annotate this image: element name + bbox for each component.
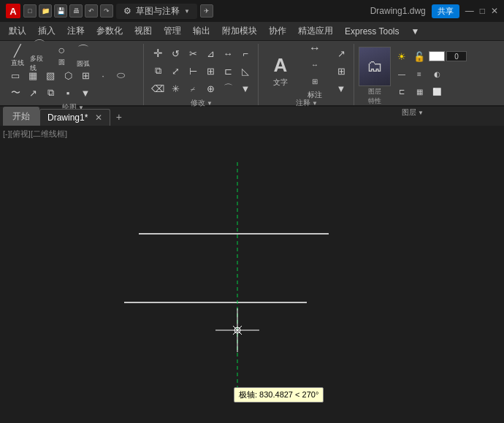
- layer-color-num: 0: [446, 51, 467, 61]
- title-bar-left: A □ 📁 💾 🖶 ↶ ↷ ⚙ 草图与注释 ▼ ✈: [6, 4, 213, 19]
- workspace-label: 草图与注释: [136, 5, 180, 18]
- ribbon-group-modify: ✛ ↺ ✂ ⊿ ↔ ⌐ ⧉ ⤢ ⊢ ⊞ ⊏ ◺ ⌫ ✳: [145, 44, 259, 105]
- filename: Drawing1.dwg: [370, 6, 426, 16]
- polyline2-tool[interactable]: ↗: [25, 85, 41, 101]
- menu-bar: 默认 插入 注释 参数化 视图 管理 输出 附加模块 协作 精选应用 Expre…: [0, 22, 504, 41]
- menu-collaborate[interactable]: 协作: [263, 23, 292, 39]
- tab-close-icon[interactable]: ✕: [95, 113, 102, 123]
- leader-tool[interactable]: ↗: [333, 45, 349, 61]
- move-tool[interactable]: ✛: [150, 45, 166, 61]
- trim-tool[interactable]: ✂: [185, 45, 201, 61]
- layer-properties-button[interactable]: 🗂: [359, 47, 391, 86]
- window-close[interactable]: ✕: [491, 6, 498, 16]
- layer-more1[interactable]: ▦: [411, 83, 427, 99]
- menu-view[interactable]: 视图: [129, 23, 158, 39]
- tab-add-button[interactable]: +: [110, 108, 128, 126]
- rectangle-tool[interactable]: ▭: [7, 67, 23, 83]
- rotate-tool[interactable]: ↺: [167, 45, 183, 61]
- menu-annotation[interactable]: 注释: [61, 23, 91, 39]
- erase-tool[interactable]: ⌫: [150, 80, 166, 96]
- hatch-tool[interactable]: ▦: [25, 67, 41, 83]
- line-tool[interactable]: ╱ 直线: [7, 45, 28, 66]
- break-tool[interactable]: ⌿: [185, 80, 201, 96]
- transparency-icon[interactable]: ◐: [429, 66, 445, 82]
- window-maximize[interactable]: □: [480, 6, 485, 16]
- title-bar: A □ 📁 💾 🖶 ↶ ↷ ⚙ 草图与注释 ▼ ✈ Drawing1.dwg 共…: [0, 0, 504, 22]
- layer-freeze-icon[interactable]: ☀: [394, 48, 410, 64]
- spline-tool[interactable]: 〜: [7, 85, 23, 101]
- explode-tool[interactable]: ✳: [167, 80, 183, 96]
- circle-tool[interactable]: ○ 圆: [51, 45, 72, 66]
- table-tool[interactable]: ⊞: [77, 67, 93, 83]
- online-button[interactable]: ✈: [200, 4, 213, 18]
- tab-drawing1[interactable]: Drawing1* ✕: [39, 109, 110, 126]
- menu-insert[interactable]: 插入: [32, 23, 61, 39]
- layer-lock-icon[interactable]: 🔓: [411, 48, 427, 64]
- menu-featured[interactable]: 精选应用: [292, 23, 339, 39]
- menu-default[interactable]: 默认: [3, 23, 32, 39]
- wipeout-tool[interactable]: ▪: [60, 85, 76, 101]
- title-right: Drawing1.dwg 共享 ― □ ✕: [370, 4, 498, 18]
- stretch-tool[interactable]: ↔: [220, 45, 236, 61]
- layer-color-box[interactable]: [429, 51, 445, 61]
- window-minimize[interactable]: ―: [465, 6, 474, 16]
- quick-access-toolbar: □ 📁 💾 🖶 ↶ ↷: [23, 4, 113, 18]
- text-tool[interactable]: A 文字: [264, 49, 297, 93]
- gradient-tool[interactable]: ▧: [42, 67, 58, 83]
- menu-output[interactable]: 输出: [187, 23, 216, 39]
- drawing-content: [0, 126, 504, 423]
- ribbon: ╱ 直线 ⌒ 多段线 ○ 圆 ⌒ 圆弧: [0, 41, 504, 107]
- chamfer-tool[interactable]: ◺: [237, 63, 253, 79]
- menu-manage[interactable]: 管理: [158, 23, 187, 39]
- polar-tooltip: 极轴: 830.4827 < 270°: [234, 387, 324, 403]
- copy-tool[interactable]: ⧉: [150, 63, 166, 79]
- undo-button[interactable]: ↶: [85, 4, 98, 18]
- array-tool[interactable]: ⊞: [202, 63, 218, 79]
- menu-express-tools[interactable]: Express Tools: [339, 24, 405, 39]
- scale-tool[interactable]: ⤢: [167, 63, 183, 79]
- save-button[interactable]: 💾: [54, 4, 67, 18]
- table-annotation[interactable]: ⊞: [333, 63, 349, 79]
- new-button[interactable]: □: [23, 4, 37, 18]
- dim-more[interactable]: ⊞: [307, 73, 323, 89]
- region-tool[interactable]: ⬡: [60, 67, 76, 83]
- offset-tool[interactable]: ⊏: [220, 63, 236, 79]
- point-tool[interactable]: ·: [95, 67, 111, 83]
- ribbon-group-annotation: A 文字 ↔ ↔ ⊞ 标注 ↗ ⊞ ▼ 注释: [260, 44, 354, 105]
- extend-tool[interactable]: ⊢: [185, 63, 201, 79]
- modify-tools: ✛ ↺ ✂ ⊿ ↔ ⌐ ⧉ ⤢ ⊢ ⊞ ⊏ ◺ ⌫ ✳: [150, 45, 253, 96]
- block-tool[interactable]: ⧉: [42, 85, 58, 101]
- fillet-tool[interactable]: ⌐: [237, 45, 253, 61]
- more-draw[interactable]: ▼: [77, 85, 93, 101]
- layer-more2[interactable]: ⬜: [429, 83, 445, 99]
- menu-addons[interactable]: 附加模块: [216, 23, 263, 39]
- layer-group-label: 图层 ▼: [402, 107, 424, 118]
- print-button[interactable]: 🖶: [69, 4, 83, 18]
- dim-linear[interactable]: ↔: [307, 56, 323, 72]
- arc-tool[interactable]: ⌒ 圆弧: [73, 45, 93, 66]
- canvas-area[interactable]: [-][俯视][二维线框] 极轴: 830.4827 < 270°: [0, 126, 504, 423]
- polyline-tool[interactable]: ⌒ 多段线: [29, 45, 50, 66]
- annotation-group-label: 注释 ▼: [296, 98, 318, 108]
- workspace-icon: ⚙: [123, 6, 131, 16]
- open-button[interactable]: 📁: [39, 4, 52, 18]
- mirror-tool[interactable]: ⊿: [202, 45, 218, 61]
- join-tool[interactable]: ⊕: [202, 80, 218, 96]
- more-modify[interactable]: ▼: [237, 80, 253, 96]
- share-button[interactable]: 共享: [432, 4, 459, 18]
- ribbon-group-draw: ╱ 直线 ⌒ 多段线 ○ 圆 ⌒ 圆弧: [3, 44, 144, 105]
- tab-start[interactable]: 开始: [3, 107, 39, 126]
- redo-button[interactable]: ↷: [100, 4, 113, 18]
- lineweight-icon[interactable]: ≡: [411, 66, 427, 82]
- more-annotation[interactable]: ▼: [333, 80, 349, 96]
- match-layer[interactable]: ⊏: [394, 83, 410, 99]
- app-icon: A: [6, 4, 20, 18]
- pedit-tool[interactable]: ⌒: [220, 80, 236, 96]
- dimension-tool[interactable]: ↔ ↔ ⊞ 标注: [299, 49, 331, 93]
- ellipse-tool[interactable]: ⬭: [112, 67, 129, 83]
- menu-overflow[interactable]: ▼: [405, 24, 425, 39]
- workspace-selector[interactable]: ⚙ 草图与注释 ▼: [116, 4, 197, 19]
- menu-parametric[interactable]: 参数化: [91, 23, 129, 39]
- ribbon-group-layer: 🗂 图层特性 ☀ 🔓 0 ― ≡ ◐ ⊏ ▦: [356, 44, 470, 105]
- linetype-icon[interactable]: ―: [394, 66, 410, 82]
